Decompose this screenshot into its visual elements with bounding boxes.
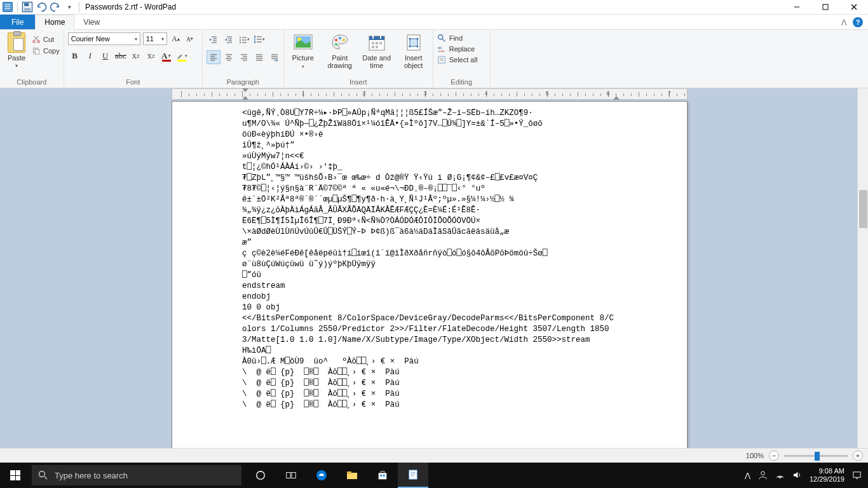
hanging-indent-marker[interactable] [242, 96, 248, 100]
svg-rect-1 [24, 3, 29, 6]
font-color-button[interactable]: A▾ [159, 49, 173, 63]
tab-view[interactable]: View [74, 15, 109, 29]
scrollbar-thumb[interactable] [859, 190, 867, 228]
copy-button[interactable]: Copy [32, 46, 60, 55]
font-size-combo[interactable]: 11▾ [143, 32, 167, 45]
svg-rect-81 [287, 473, 290, 478]
svg-line-72 [442, 39, 445, 41]
tab-home[interactable]: Home [35, 15, 74, 30]
svg-rect-63 [372, 46, 374, 48]
line-spacing-button[interactable]: ▾ [252, 32, 266, 46]
svg-rect-57 [369, 36, 384, 40]
insert-picture-button[interactable]: Picture▾ [288, 32, 318, 69]
first-line-indent-marker[interactable] [242, 88, 248, 92]
taskbar-search[interactable]: Type here to search [32, 465, 241, 485]
decrease-indent-button[interactable] [207, 32, 220, 46]
svg-rect-89 [409, 470, 417, 479]
highlight-button[interactable]: ▾ [175, 49, 189, 63]
ruler[interactable]: 1234567 [172, 88, 688, 100]
align-right-button[interactable] [237, 50, 251, 64]
tray-chevron-icon[interactable]: ⋀ [745, 471, 750, 480]
document-area: 1234567 <ügê,ÑÝˌÒ8U⎕Y7R÷¼▸·ÞP⎕»AÛp¡ÑªqMã… [0, 88, 868, 448]
align-left-button[interactable] [207, 50, 220, 64]
paint-icon [330, 32, 350, 53]
ribbon: Paste ▾ Cut Copy Clipboard Courier New▾ … [0, 30, 868, 88]
qat-customize-icon[interactable]: ▾ [63, 1, 76, 13]
svg-rect-88 [383, 475, 385, 477]
font-name-combo[interactable]: Courier New▾ [68, 32, 140, 45]
insert-datetime-button[interactable]: Date and time [362, 32, 392, 69]
tray-clock[interactable]: 9:08 AM 12/29/2019 [810, 467, 844, 484]
svg-line-79 [44, 477, 47, 479]
window-controls [782, 0, 868, 15]
task-view-icon[interactable] [276, 463, 306, 488]
svg-point-54 [342, 39, 345, 41]
italic-button[interactable]: I [83, 49, 97, 63]
svg-point-93 [761, 471, 765, 475]
vertical-scrollbar[interactable] [857, 88, 868, 448]
help-icon[interactable]: ? [853, 17, 863, 27]
svg-rect-61 [376, 42, 378, 44]
taskbar-apps [245, 463, 428, 488]
group-insert: Picture▾ Paint drawing Date and time Ins… [284, 30, 433, 88]
svg-point-7 [33, 41, 36, 43]
start-button[interactable] [0, 463, 31, 488]
tray-network-icon[interactable] [775, 470, 785, 481]
tray-volume-icon[interactable] [792, 470, 802, 481]
find-button[interactable]: Find [437, 34, 463, 43]
right-indent-marker[interactable] [613, 96, 620, 100]
status-bar: 100% − + [0, 448, 868, 463]
shrink-font-button[interactable]: A▾ [184, 32, 196, 45]
tray-people-icon[interactable] [758, 470, 768, 481]
zoom-label: 100% [746, 452, 764, 459]
close-button[interactable] [839, 0, 868, 15]
strikethrough-button[interactable]: abc [114, 49, 128, 63]
document-page[interactable]: <ügê,ÑÝˌÒ8U⎕Y7R÷¼▸·ÞP⎕»AÛp¡ÑªqMã¦¦¦ß5£ÍŠ… [172, 101, 688, 448]
edge-icon[interactable] [306, 463, 337, 488]
grow-font-button[interactable]: A▴ [170, 32, 182, 45]
paragraph-dialog-button[interactable] [268, 50, 281, 64]
paste-button[interactable]: Paste ▾ [4, 32, 29, 69]
group-editing: Find abacReplace Select all Editing [433, 30, 491, 88]
save-icon[interactable] [21, 1, 34, 13]
svg-rect-75 [438, 57, 445, 64]
bullets-button[interactable]: ▾ [237, 32, 251, 46]
undo-icon[interactable] [35, 1, 48, 13]
svg-point-21 [240, 37, 241, 38]
justify-button[interactable] [252, 50, 266, 64]
group-font: Courier New▾ 11▾ A▴ A▾ B I U abc X2 X2 A… [64, 30, 203, 88]
select-all-button[interactable]: Select all [437, 55, 478, 64]
subscript-button[interactable]: X2 [129, 49, 143, 63]
svg-rect-2 [24, 8, 31, 11]
insert-paint-button[interactable]: Paint drawing [325, 32, 355, 69]
redo-icon[interactable] [49, 1, 62, 13]
windows-logo-icon [10, 470, 20, 480]
cortana-icon[interactable] [245, 463, 276, 488]
bold-button[interactable]: B [68, 49, 82, 63]
quick-access-toolbar: ▾ [0, 1, 81, 13]
zoom-slider[interactable] [784, 455, 848, 457]
zoom-out-button[interactable]: − [769, 451, 779, 461]
zoom-in-button[interactable]: + [853, 451, 863, 461]
cut-button[interactable]: Cut [32, 35, 60, 44]
calendar-icon [367, 32, 387, 53]
svg-point-67 [409, 38, 410, 40]
minimize-button[interactable] [782, 0, 811, 15]
store-icon[interactable] [367, 463, 398, 488]
tray-notifications-icon[interactable] [852, 470, 862, 481]
file-explorer-icon[interactable] [337, 463, 367, 488]
insert-object-button[interactable]: Insert object [398, 32, 429, 69]
picture-icon [293, 32, 313, 53]
maximize-button[interactable] [811, 0, 839, 15]
superscript-button[interactable]: X2 [144, 49, 158, 63]
align-center-button[interactable] [222, 50, 236, 64]
collapse-ribbon-icon[interactable]: ⋀ [841, 18, 846, 25]
underline-button[interactable]: U [98, 49, 112, 63]
replace-button[interactable]: abacReplace [437, 44, 475, 53]
increase-indent-button[interactable] [222, 32, 236, 46]
svg-point-53 [339, 37, 341, 39]
wordpad-taskbar-icon[interactable] [398, 463, 428, 488]
wordpad-icon [3, 2, 13, 12]
document-text[interactable]: <ügê,ÑÝˌÒ8U⎕Y7R÷¼▸·ÞP⎕»AÛp¡ÑªqMã¦¦¦ß5£ÍŠ… [242, 108, 617, 410]
tab-file[interactable]: File [0, 15, 35, 29]
